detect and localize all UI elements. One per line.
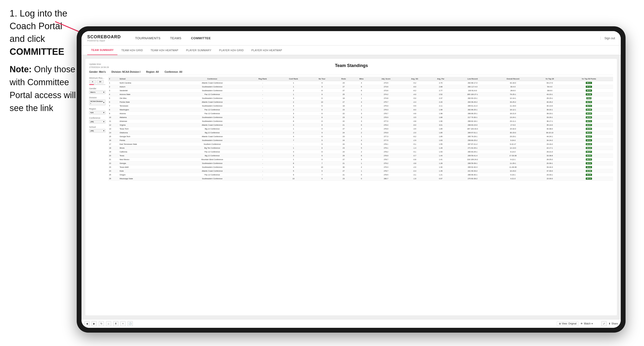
cell-conf-rank: 5 (278, 169, 310, 173)
col-conference[interactable]: Conference (177, 77, 248, 81)
toolbar-share2-btn[interactable]: ⬆ (113, 321, 118, 326)
toolbar-refresh-btn[interactable]: ↻ (99, 321, 104, 326)
cell-conf-rank: 6 (278, 119, 310, 123)
cell-overall-record: 33-25-2 (491, 100, 535, 104)
cell-avg-sg: -4.0 (402, 93, 428, 96)
cell-rnds: 21 (334, 162, 353, 165)
cell-avg-par: 1.90 (428, 119, 454, 123)
cell-conf-rank: 10 (278, 177, 310, 181)
cell-avg-sg: -0.4 (402, 169, 428, 173)
col-avg-par[interactable]: Avg. Par (428, 77, 454, 81)
school-select[interactable]: (All) ▾ (89, 129, 106, 133)
cell-points: 80.71 (565, 119, 613, 123)
cell-rank: 8 (108, 108, 119, 112)
watch-chevron: ▾ (592, 322, 593, 325)
col-conf-rank[interactable]: Conf Rank (278, 77, 310, 81)
cell-conf-rank: 4 (278, 135, 310, 139)
cell-school: Oklahoma (119, 131, 177, 135)
min-rounds-range: 4 30 (89, 80, 106, 84)
cell-avg-sg: -1.4 (402, 146, 428, 150)
cell-avg-sg: -3.8 (402, 119, 428, 123)
cell-points: 87.21 (565, 85, 613, 89)
content-card: Update time: 27/03/2024 16:56:26 Team St… (85, 59, 617, 315)
cell-conference: Pac-12 Conference (177, 93, 248, 96)
cell-adj-score: 275.9 (370, 104, 402, 108)
col-vs-top25[interactable]: Vs Top 25 (535, 77, 565, 81)
cell-no-tour: 8 (310, 112, 334, 116)
cell-adj-score: 277.5 (370, 139, 402, 142)
col-school[interactable]: School (119, 77, 177, 81)
app-logo-sub: Powered by clippd (87, 39, 121, 42)
conference-select[interactable]: (All) ▾ (89, 120, 106, 124)
toolbar-forward-btn[interactable]: ▶ (92, 321, 97, 326)
toolbar-back-btn[interactable]: ◀ (84, 321, 90, 326)
standings-header: Update time: 27/03/2024 16:56:26 Team St… (89, 63, 613, 69)
col-adj-score[interactable]: Adj. Score (370, 77, 402, 81)
subnav-team-summary[interactable]: TEAM SUMMARY (87, 45, 118, 55)
subnav-team-h2h-grid[interactable]: TEAM H2H GRID (118, 45, 147, 55)
min-rounds-slider[interactable] (89, 84, 106, 85)
gender-value: Men's (99, 71, 106, 73)
division-select[interactable]: NCAA Division I ▾ (89, 100, 106, 105)
col-avg-sg[interactable]: Avg. SG (402, 77, 428, 81)
cell-wins: 2 (353, 127, 370, 131)
tablet-screen: SCOREBOARD Powered by clippd TOURNAMENTS… (82, 31, 621, 328)
nav-tournaments[interactable]: TOURNAMENTS (130, 31, 165, 45)
cell-adj-score: 279.1 (370, 146, 402, 150)
col-wins[interactable]: Wins (353, 77, 370, 81)
cell-adj-score: 276.7 (370, 112, 402, 116)
cell-no-tour: 9 (310, 85, 334, 89)
cell-conference: Pac-12 Conference (177, 150, 248, 154)
cell-rnds: 27 (334, 169, 353, 173)
col-vs-top50[interactable]: Vs Top 50 Points (565, 77, 613, 81)
col-low-record[interactable]: Low Record (454, 77, 491, 81)
table-row: 25 Oregon Pac-12 Conference - 5 7 21 0 2… (108, 173, 613, 177)
min-rounds-max[interactable]: 30 (97, 80, 104, 84)
cell-points: 86.64 (565, 89, 613, 93)
cell-conference: Southeastern Conference (177, 177, 248, 181)
sign-out-button[interactable]: Sign out (600, 37, 615, 40)
cell-vs-top25: 33-38-8 (535, 154, 565, 158)
filter-division: Division: NCAA Division I (112, 71, 140, 73)
col-reg-rank[interactable]: Reg Rank (248, 77, 278, 81)
cell-reg-rank: - (248, 142, 278, 146)
nav-teams[interactable]: TEAMS (165, 31, 186, 45)
gender-select-value: Men's (90, 91, 96, 93)
subnav-team-h2h-heatmap[interactable]: TEAM H2H HEATMAP (147, 45, 182, 55)
app-header: SCOREBOARD Powered by clippd TOURNAMENTS… (82, 31, 621, 45)
cell-avg-par: 2.88 (428, 85, 454, 89)
toolbar-home-btn[interactable]: ⌂ (106, 321, 111, 326)
col-rank[interactable]: # (108, 77, 119, 81)
subnav-player-summary[interactable]: PLAYER SUMMARY (182, 45, 215, 55)
toolbar-fullscreen-btn[interactable]: ⤢ (601, 321, 606, 326)
cell-points: 85.13 (565, 177, 613, 181)
toolbar-clock-btn[interactable]: 🕐 (128, 321, 133, 326)
col-overall-record[interactable]: Overall Record (491, 77, 535, 81)
cell-avg-sg: -5.1 (402, 150, 428, 154)
region-select[interactable]: N/A ▾ (89, 111, 106, 114)
cell-no-tour: 10 (310, 100, 334, 104)
subnav-player-h2h-heatmap[interactable]: PLAYER H2H HEATMAP (248, 45, 286, 55)
cell-points: 80.47 (565, 135, 613, 139)
toolbar-add-btn[interactable]: + (120, 321, 126, 326)
view-original-btn[interactable]: ⊞ View: Original (557, 321, 579, 326)
table-row: 26 Mississippi State Southeastern Confer… (108, 177, 613, 181)
cell-no-tour: 9 (310, 127, 334, 131)
cell-rank: 24 (108, 169, 119, 173)
cell-adj-score: 276.9 (370, 116, 402, 119)
cell-low-record: 260 117-4-0 (454, 85, 491, 89)
gender-select[interactable]: Men's ▾ (89, 90, 106, 94)
table-row: 20 Texas Big 12 Conference - 3 9 29 6 27… (108, 154, 613, 158)
nav-committee[interactable]: COMMITTEE (186, 31, 216, 45)
watch-btn[interactable]: 👁 Watch ▾ (580, 322, 593, 325)
share-btn[interactable]: ⬆ Share (608, 322, 618, 325)
min-rounds-min[interactable]: 4 (89, 80, 96, 84)
cell-rnds: 24 (334, 142, 353, 146)
col-no-tour[interactable]: No Tour (310, 77, 334, 81)
cell-overall-record: 23-23-1 (491, 135, 535, 139)
col-rnds[interactable]: Rnds (334, 77, 353, 81)
view-label: View: Original (562, 322, 577, 325)
cell-avg-sg: -2.0 (402, 131, 428, 135)
subnav-player-h2h-grid[interactable]: PLAYER H2H GRID (215, 45, 248, 55)
cell-overall-record: 11-29-1 (491, 162, 535, 165)
